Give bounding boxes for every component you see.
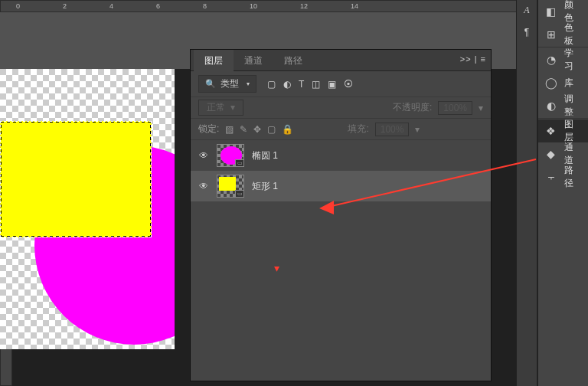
- visibility-icon[interactable]: 👁: [198, 150, 209, 161]
- dock-icon: ⫟: [544, 170, 558, 184]
- lock-artboard-icon[interactable]: ▢: [267, 124, 276, 135]
- lock-row: 锁定: ▨ ✎ ✥ ▢ 🔒 填充: 100% ▾: [191, 119, 491, 140]
- dock-item-通道[interactable]: ◆通道: [538, 142, 588, 165]
- chevron-down-icon: ▾: [247, 80, 250, 87]
- chevron-down-icon[interactable]: ▾: [415, 124, 420, 135]
- shape-badge-icon: ▭: [235, 190, 244, 198]
- panel-menu-icon[interactable]: >> | ≡: [460, 54, 486, 64]
- lock-transparent-icon[interactable]: ▨: [225, 124, 234, 135]
- dock-item-颜色[interactable]: ◧颜色: [538, 0, 588, 23]
- chevron-down-icon[interactable]: ▾: [479, 103, 483, 113]
- dock-icon: ◆: [544, 147, 558, 161]
- character-panel-icon[interactable]: A: [524, 5, 529, 16]
- shape-badge-icon: ▭: [235, 159, 244, 167]
- tab-layers[interactable]: 图层: [194, 50, 234, 71]
- layer-thumbnail[interactable]: ▭: [217, 175, 244, 198]
- dock-icon: ◧: [544, 5, 558, 18]
- canvas[interactable]: [0, 69, 175, 349]
- collapsed-panel-strip: A ¶: [516, 0, 537, 386]
- filter-shape-icon[interactable]: ◫: [312, 79, 320, 90]
- annotation-marker-icon: ▾: [274, 262, 279, 274]
- lock-pixels-icon[interactable]: ✎: [240, 124, 247, 135]
- tab-paths[interactable]: 路径: [273, 50, 313, 71]
- filter-adjust-icon[interactable]: ◐: [283, 79, 291, 90]
- dock-label: 图层: [564, 118, 582, 144]
- paragraph-panel-icon[interactable]: ¶: [524, 27, 529, 38]
- layer-thumbnail[interactable]: ▭: [217, 144, 244, 167]
- dock-icon: ❖: [544, 124, 558, 138]
- blend-row: 正常 ▾ 不透明度: 100% ▾: [191, 97, 491, 119]
- dock-label: 学习: [564, 47, 582, 73]
- blend-mode-select[interactable]: 正常 ▾: [198, 100, 243, 116]
- layer-row-rectangle[interactable]: 👁 ▭ 矩形 1: [191, 171, 491, 201]
- fill-value[interactable]: 100%: [375, 123, 410, 136]
- filter-smart-icon[interactable]: ▣: [328, 79, 336, 90]
- dock-item-库[interactable]: ◯库: [538, 71, 588, 94]
- lock-label: 锁定:: [198, 123, 219, 136]
- dock-item-图层[interactable]: ❖图层: [538, 119, 588, 142]
- dock-item-色板[interactable]: ⊞色板: [538, 23, 588, 46]
- dock-icon: ◯: [544, 76, 558, 90]
- search-icon: 🔍: [205, 79, 216, 89]
- lock-position-icon[interactable]: ✥: [253, 124, 261, 135]
- dock-icon: ◐: [544, 99, 558, 113]
- filter-type-label: 类型: [220, 77, 239, 90]
- marquee-selection: [0, 121, 152, 237]
- filter-pixel-icon[interactable]: ▢: [267, 79, 276, 90]
- dock-label: 库: [564, 77, 573, 90]
- dock-label: 路径: [564, 164, 582, 190]
- right-panel-dock: ◧颜色⊞色板◔学习◯库◐调整❖图层◆通道⫟路径: [537, 0, 588, 386]
- opacity-label: 不透明度:: [393, 101, 432, 114]
- filter-toggle-icon[interactable]: ⦿: [344, 79, 353, 90]
- dock-label: 色板: [564, 21, 582, 47]
- layers-panel: 图层 通道 路径 >> | ≡ 🔍 类型 ▾ ▢ ◐ T ◫ ▣ ⦿ 正常 ▾ …: [190, 49, 492, 381]
- tab-channels[interactable]: 通道: [234, 50, 273, 71]
- layer-row-ellipse[interactable]: 👁 ▭ 椭圆 1: [191, 140, 491, 171]
- fill-label: 填充:: [348, 123, 368, 136]
- filter-type-icon[interactable]: T: [299, 79, 304, 90]
- dock-item-路径[interactable]: ⫟路径: [538, 165, 588, 188]
- visibility-icon[interactable]: 👁: [198, 181, 209, 191]
- dock-label: 调整: [564, 93, 582, 119]
- layer-name[interactable]: 矩形 1: [252, 180, 278, 193]
- horizontal-ruler: 02468101214: [0, 0, 588, 12]
- dock-item-调整[interactable]: ◐调整: [538, 94, 588, 117]
- dock-label: 通道: [564, 141, 582, 167]
- opacity-value[interactable]: 100%: [438, 101, 472, 115]
- dock-icon: ◔: [544, 53, 558, 67]
- dock-item-学习[interactable]: ◔学习: [538, 48, 588, 71]
- layer-filter-row: 🔍 类型 ▾ ▢ ◐ T ◫ ▣ ⦿: [191, 71, 491, 97]
- filter-type-select[interactable]: 🔍 类型 ▾: [198, 75, 256, 93]
- layer-name[interactable]: 椭圆 1: [252, 149, 278, 162]
- dock-icon: ⊞: [544, 28, 558, 41]
- lock-all-icon[interactable]: 🔒: [282, 124, 293, 135]
